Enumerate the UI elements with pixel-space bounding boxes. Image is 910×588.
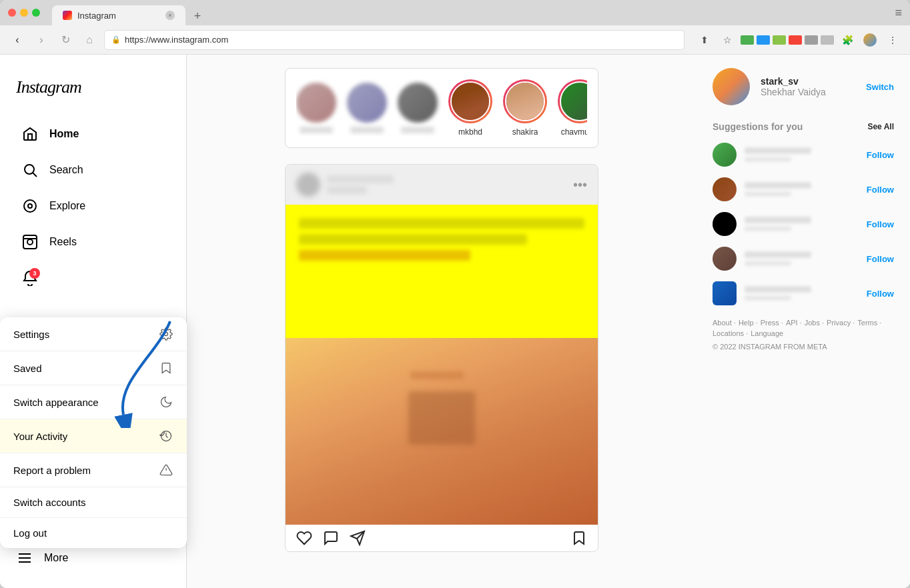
post-text-line3 <box>299 250 470 261</box>
browser-menu-icon[interactable]: ≡ <box>895 6 902 20</box>
dropdown-settings[interactable]: Settings <box>0 317 187 351</box>
ext-gray2-icon[interactable] <box>821 35 834 45</box>
story-item-chavmusic[interactable]: chavmusic <box>558 79 587 137</box>
post-username-blurred <box>327 175 394 183</box>
share-button[interactable] <box>350 530 366 546</box>
post-header-blurred: ••• <box>286 165 598 205</box>
ext-green-icon[interactable] <box>741 35 754 45</box>
follow-button-4[interactable]: Follow <box>867 254 894 264</box>
switch-button[interactable]: Switch <box>866 82 894 92</box>
footer-link-language[interactable]: Language <box>751 329 783 337</box>
minimize-button[interactable] <box>20 9 28 17</box>
follow-button-2[interactable]: Follow <box>867 185 894 195</box>
footer-link-locations[interactable]: Locations <box>713 329 748 337</box>
ext-blue-icon[interactable] <box>757 35 770 45</box>
tab-close-button[interactable]: × <box>165 11 175 20</box>
feed-container: mkbhd shakira <box>285 68 598 575</box>
dropdown-your-activity[interactable]: Your Activity <box>0 419 187 453</box>
browser-settings-icon[interactable]: ⋮ <box>883 31 902 49</box>
sidebar-item-reels[interactable]: Reels <box>5 225 181 259</box>
dropdown-logout[interactable]: Log out <box>0 518 187 548</box>
post-text-line1 <box>299 218 584 229</box>
main-feed: mkbhd shakira <box>187 55 697 588</box>
follow-button-3[interactable]: Follow <box>867 219 894 229</box>
address-bar[interactable]: 🔒 https://www.instagram.com <box>104 30 685 50</box>
home-button[interactable]: ⌂ <box>80 31 99 49</box>
activity-icon <box>159 429 173 443</box>
profile-username: stark_sv <box>761 76 826 87</box>
dropdown-switch-appearance[interactable]: Switch appearance <box>0 385 187 419</box>
active-tab[interactable]: Instagram × <box>52 5 185 25</box>
footer-link-about[interactable]: About <box>713 319 736 327</box>
suggestion-sub-2 <box>745 191 791 197</box>
traffic-lights <box>8 9 40 17</box>
footer-link-privacy[interactable]: Privacy <box>827 319 855 327</box>
settings-icon <box>159 327 173 341</box>
bookmark-icon[interactable]: ☆ <box>718 31 737 49</box>
save-button[interactable] <box>571 530 587 546</box>
see-all-button[interactable]: See All <box>867 122 894 131</box>
like-button[interactable] <box>296 530 312 546</box>
bookmark-save-icon <box>159 361 173 375</box>
ext-gray-icon[interactable] <box>805 35 818 45</box>
suggestion-sub-5 <box>745 295 791 301</box>
post-meta-blurred <box>327 186 367 194</box>
svg-point-3 <box>28 204 32 208</box>
footer-link-terms[interactable]: Terms <box>857 319 881 327</box>
comment-button[interactable] <box>323 530 339 546</box>
sidebar-item-notifications[interactable]: 3 <box>5 261 181 295</box>
story-item-shakira[interactable]: shakira <box>503 79 547 137</box>
footer-link-help[interactable]: Help <box>739 319 758 327</box>
ext-red-icon[interactable] <box>789 35 802 45</box>
sidebar-item-home[interactable]: Home <box>5 117 181 151</box>
story-item[interactable] <box>347 83 387 133</box>
svg-rect-4 <box>23 235 37 249</box>
story-ring-mkbhd <box>448 79 492 123</box>
follow-button-5[interactable]: Follow <box>867 289 894 299</box>
suggestions-title: Suggestions for you <box>713 121 803 132</box>
footer-link-jobs[interactable]: Jobs <box>805 319 824 327</box>
forward-button[interactable]: › <box>32 31 51 49</box>
reels-label: Reels <box>49 236 77 248</box>
user-profile-icon[interactable] <box>861 31 879 49</box>
story-item[interactable] <box>296 83 336 133</box>
dropdown-switch-accounts[interactable]: Switch accounts <box>0 487 187 518</box>
instagram-logo: Instagram <box>0 68 186 116</box>
follow-button-1[interactable]: Follow <box>867 150 894 160</box>
suggestion-info-1 <box>745 147 859 162</box>
svg-line-1 <box>33 173 37 177</box>
moon-icon <box>159 395 173 409</box>
notification-count: 3 <box>29 268 40 279</box>
home-icon <box>21 125 39 143</box>
dropdown-report-problem[interactable]: Report a problem <box>0 453 187 487</box>
close-button[interactable] <box>8 9 16 17</box>
post-image-orange <box>286 338 598 525</box>
suggestion-info-5 <box>745 286 859 301</box>
story-name <box>350 127 384 133</box>
suggestion-name-3 <box>745 217 811 223</box>
story-item-mkbhd[interactable]: mkbhd <box>448 79 492 137</box>
maximize-button[interactable] <box>32 9 40 17</box>
footer-links: About Help Press API Jobs Privacy Terms … <box>713 319 894 351</box>
extension-menu-icon[interactable]: 🧩 <box>838 31 857 49</box>
sidebar-item-explore[interactable]: Explore <box>5 189 181 223</box>
suggestions-header: Suggestions for you See All <box>713 121 894 132</box>
refresh-button[interactable]: ↻ <box>56 31 75 49</box>
sidebar-item-search[interactable]: Search <box>5 153 181 187</box>
share-icon[interactable]: ⬆ <box>695 31 714 49</box>
lock-icon: 🔒 <box>111 35 121 44</box>
suggestion-avatar-1 <box>713 143 737 167</box>
footer-link-press[interactable]: Press <box>761 319 783 327</box>
footer-link-api[interactable]: API <box>786 319 802 327</box>
dropdown-saved[interactable]: Saved <box>0 351 187 385</box>
ext-green2-icon[interactable] <box>773 35 786 45</box>
story-item[interactable] <box>398 83 438 133</box>
user-profile: stark_sv Shekhar Vaidya Switch <box>713 68 894 105</box>
new-tab-button[interactable]: + <box>188 7 207 25</box>
extension-icons <box>741 35 834 45</box>
notifications-icon: 3 <box>21 269 39 287</box>
post-more-icon[interactable]: ••• <box>573 177 587 193</box>
back-button[interactable]: ‹ <box>8 31 27 49</box>
browser-window: Instagram × + ≡ ‹ › ↻ ⌂ 🔒 https://www.in… <box>0 0 910 588</box>
suggestion-item-4: Follow <box>713 247 894 271</box>
